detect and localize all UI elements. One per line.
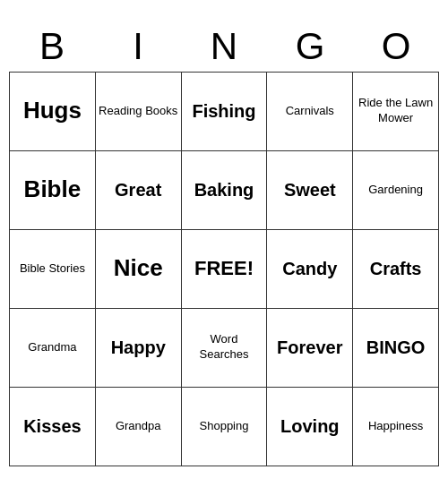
cell-text: Bible Stories <box>20 261 85 277</box>
bingo-grid: HugsReading BooksFishingCarnivalsRide th… <box>9 72 439 466</box>
header-letter: I <box>95 21 181 72</box>
bingo-cell: Grandpa <box>96 388 182 466</box>
cell-text: Reading Books <box>99 104 177 119</box>
cell-text: Word Searches <box>185 332 264 363</box>
bingo-cell: Crafts <box>353 230 439 309</box>
bingo-cell: Bible Stories <box>10 230 96 309</box>
bingo-cell: Happy <box>96 309 182 388</box>
cell-text: Candy <box>282 257 337 280</box>
bingo-cell: Fishing <box>182 73 268 151</box>
cell-text: Bible <box>24 175 82 205</box>
header-letter: N <box>181 21 267 72</box>
cell-text: Shopping <box>200 419 249 434</box>
bingo-cell: Hugs <box>10 73 96 151</box>
bingo-cell: Nice <box>96 230 182 309</box>
bingo-cell: Happiness <box>353 388 439 466</box>
cell-text: Grandma <box>28 340 76 355</box>
bingo-cell: Ride the Lawn Mower <box>353 73 439 151</box>
bingo-cell: Great <box>96 151 182 230</box>
bingo-cell: Loving <box>267 388 353 466</box>
cell-text: Nice <box>114 253 163 284</box>
bingo-cell: Baking <box>182 151 268 230</box>
bingo-cell: Reading Books <box>96 73 182 151</box>
bingo-cell: FREE! <box>182 230 268 309</box>
cell-text: Happiness <box>368 419 423 434</box>
bingo-cell: Bible <box>10 151 96 230</box>
cell-text: BINGO <box>366 336 426 359</box>
header-letter: B <box>9 21 95 72</box>
cell-text: Loving <box>280 414 340 438</box>
bingo-cell: Kisses <box>10 388 96 466</box>
bingo-cell: Forever <box>267 309 353 388</box>
cell-text: Grandpa <box>116 419 161 434</box>
cell-text: Hugs <box>23 96 82 126</box>
bingo-cell: BINGO <box>353 309 439 388</box>
cell-text: FREE! <box>194 256 254 282</box>
bingo-cell: Sweet <box>267 151 353 230</box>
cell-text: Fishing <box>192 99 255 123</box>
cell-text: Happy <box>111 336 166 359</box>
bingo-card: BINGO HugsReading BooksFishingCarnivalsR… <box>9 21 439 466</box>
cell-text: Forever <box>277 336 342 359</box>
bingo-cell: Shopping <box>182 388 268 466</box>
cell-text: Carnivals <box>286 104 334 119</box>
cell-text: Sweet <box>284 178 336 201</box>
bingo-cell: Gardening <box>353 151 439 230</box>
cell-text: Kisses <box>23 414 82 438</box>
cell-text: Baking <box>194 178 254 201</box>
header-letter: G <box>267 21 353 72</box>
bingo-cell: Grandma <box>10 309 96 388</box>
cell-text: Gardening <box>368 183 423 198</box>
cell-text: Great <box>115 178 161 201</box>
bingo-header: BINGO <box>9 21 439 72</box>
header-letter: O <box>353 21 439 72</box>
cell-text: Ride the Lawn Mower <box>356 96 435 126</box>
bingo-cell: Candy <box>267 230 353 309</box>
bingo-cell: Carnivals <box>267 73 353 151</box>
bingo-cell: Word Searches <box>182 309 268 388</box>
cell-text: Crafts <box>370 257 422 280</box>
